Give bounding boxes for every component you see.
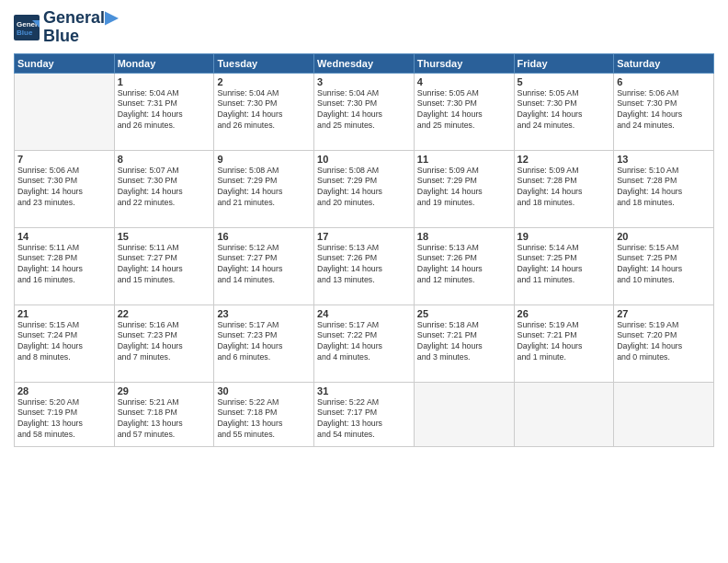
day-number: 21 [17,308,111,319]
calendar-day-cell: 27Sunrise: 5:19 AM Sunset: 7:20 PM Dayli… [614,304,714,382]
calendar-day-cell: 21Sunrise: 5:15 AM Sunset: 7:24 PM Dayli… [15,304,115,382]
day-info: Sunrise: 5:08 AM Sunset: 7:29 PM Dayligh… [317,166,411,210]
calendar-day-cell: 25Sunrise: 5:18 AM Sunset: 7:21 PM Dayli… [414,304,514,382]
calendar-day-cell: 14Sunrise: 5:11 AM Sunset: 7:28 PM Dayli… [15,227,115,304]
logo-text: General▶ Blue [43,9,118,46]
day-number: 16 [217,231,311,242]
day-info: Sunrise: 5:11 AM Sunset: 7:27 PM Dayligh… [118,243,211,287]
day-info: Sunrise: 5:04 AM Sunset: 7:31 PM Dayligh… [118,88,211,132]
day-number: 15 [118,231,211,242]
page-container: General Blue General▶ Blue SundayMondayT… [0,0,728,563]
calendar-day-cell: 12Sunrise: 5:09 AM Sunset: 7:28 PM Dayli… [514,150,614,227]
calendar-day-cell: 23Sunrise: 5:17 AM Sunset: 7:23 PM Dayli… [214,304,314,382]
day-number: 30 [217,385,311,396]
day-number: 28 [17,385,111,396]
day-info: Sunrise: 5:10 AM Sunset: 7:28 PM Dayligh… [617,166,711,210]
day-info: Sunrise: 5:04 AM Sunset: 7:30 PM Dayligh… [317,88,411,132]
day-info: Sunrise: 5:20 AM Sunset: 7:19 PM Dayligh… [17,397,111,442]
day-info: Sunrise: 5:16 AM Sunset: 7:23 PM Dayligh… [118,320,211,364]
calendar-day-cell: 9Sunrise: 5:08 AM Sunset: 7:29 PM Daylig… [214,150,314,227]
day-info: Sunrise: 5:07 AM Sunset: 7:30 PM Dayligh… [118,166,211,210]
calendar-day-cell: 4Sunrise: 5:05 AM Sunset: 7:30 PM Daylig… [414,73,514,150]
day-number: 18 [417,231,511,242]
calendar-week-row: 21Sunrise: 5:15 AM Sunset: 7:24 PM Dayli… [15,304,714,382]
day-info: Sunrise: 5:19 AM Sunset: 7:21 PM Dayligh… [518,320,611,364]
calendar-day-cell [15,73,115,150]
day-number: 9 [217,154,311,165]
day-number: 20 [617,231,711,242]
calendar-day-cell: 19Sunrise: 5:14 AM Sunset: 7:25 PM Dayli… [514,227,614,304]
day-info: Sunrise: 5:18 AM Sunset: 7:21 PM Dayligh… [417,320,511,364]
calendar-day-cell: 15Sunrise: 5:11 AM Sunset: 7:27 PM Dayli… [114,227,214,304]
calendar-day-cell: 20Sunrise: 5:15 AM Sunset: 7:25 PM Dayli… [614,227,714,304]
calendar-day-cell: 17Sunrise: 5:13 AM Sunset: 7:26 PM Dayli… [314,227,415,304]
calendar-day-cell: 18Sunrise: 5:13 AM Sunset: 7:26 PM Dayli… [414,227,514,304]
day-info: Sunrise: 5:15 AM Sunset: 7:24 PM Dayligh… [17,320,111,364]
header: General Blue General▶ Blue [14,9,714,46]
day-number: 23 [217,308,311,319]
day-number: 29 [118,385,211,396]
day-number: 8 [118,154,211,165]
calendar-day-cell: 8Sunrise: 5:07 AM Sunset: 7:30 PM Daylig… [114,150,214,227]
day-info: Sunrise: 5:05 AM Sunset: 7:30 PM Dayligh… [518,88,611,132]
weekday-header-monday: Monday [114,53,214,73]
calendar-day-cell: 10Sunrise: 5:08 AM Sunset: 7:29 PM Dayli… [314,150,415,227]
calendar-day-cell [614,382,714,446]
calendar-day-cell: 13Sunrise: 5:10 AM Sunset: 7:28 PM Dayli… [614,150,714,227]
day-info: Sunrise: 5:04 AM Sunset: 7:30 PM Dayligh… [217,88,311,132]
day-number: 25 [417,308,511,319]
day-number: 6 [617,76,711,87]
calendar-day-cell: 1Sunrise: 5:04 AM Sunset: 7:31 PM Daylig… [114,73,214,150]
day-number: 12 [518,154,611,165]
calendar-day-cell: 3Sunrise: 5:04 AM Sunset: 7:30 PM Daylig… [314,73,415,150]
day-number: 24 [317,308,411,319]
day-number: 1 [118,76,211,87]
day-info: Sunrise: 5:17 AM Sunset: 7:22 PM Dayligh… [317,320,411,364]
calendar-day-cell: 31Sunrise: 5:22 AM Sunset: 7:17 PM Dayli… [314,382,415,446]
day-number: 17 [317,231,411,242]
day-number: 22 [118,308,211,319]
day-info: Sunrise: 5:22 AM Sunset: 7:18 PM Dayligh… [217,397,311,442]
day-info: Sunrise: 5:19 AM Sunset: 7:20 PM Dayligh… [617,320,711,364]
day-number: 19 [518,231,611,242]
calendar-day-cell: 7Sunrise: 5:06 AM Sunset: 7:30 PM Daylig… [15,150,115,227]
weekday-header-sunday: Sunday [15,53,115,73]
calendar-day-cell: 26Sunrise: 5:19 AM Sunset: 7:21 PM Dayli… [514,304,614,382]
weekday-header-friday: Friday [514,53,614,73]
day-number: 10 [317,154,411,165]
day-number: 31 [317,385,411,396]
day-info: Sunrise: 5:21 AM Sunset: 7:18 PM Dayligh… [118,397,211,442]
day-number: 3 [317,76,411,87]
day-info: Sunrise: 5:13 AM Sunset: 7:26 PM Dayligh… [417,243,511,287]
calendar-day-cell: 22Sunrise: 5:16 AM Sunset: 7:23 PM Dayli… [114,304,214,382]
day-info: Sunrise: 5:12 AM Sunset: 7:27 PM Dayligh… [217,243,311,287]
day-number: 7 [17,154,111,165]
calendar-week-row: 7Sunrise: 5:06 AM Sunset: 7:30 PM Daylig… [15,150,714,227]
calendar-day-cell [414,382,514,446]
weekday-header-thursday: Thursday [414,53,514,73]
day-info: Sunrise: 5:13 AM Sunset: 7:26 PM Dayligh… [317,243,411,287]
day-info: Sunrise: 5:11 AM Sunset: 7:28 PM Dayligh… [17,243,111,287]
day-info: Sunrise: 5:22 AM Sunset: 7:17 PM Dayligh… [317,397,411,442]
day-info: Sunrise: 5:08 AM Sunset: 7:29 PM Dayligh… [217,166,311,210]
day-number: 14 [17,231,111,242]
day-number: 26 [518,308,611,319]
calendar-day-cell: 29Sunrise: 5:21 AM Sunset: 7:18 PM Dayli… [114,382,214,446]
weekday-header-wednesday: Wednesday [314,53,415,73]
day-number: 2 [217,76,311,87]
calendar-table: SundayMondayTuesdayWednesdayThursdayFrid… [14,53,714,447]
calendar-day-cell [514,382,614,446]
calendar-day-cell: 11Sunrise: 5:09 AM Sunset: 7:29 PM Dayli… [414,150,514,227]
logo-line2: Blue [43,28,118,46]
day-number: 13 [617,154,711,165]
calendar-day-cell: 28Sunrise: 5:20 AM Sunset: 7:19 PM Dayli… [15,382,115,446]
calendar-day-cell: 6Sunrise: 5:06 AM Sunset: 7:30 PM Daylig… [614,73,714,150]
svg-text:Blue: Blue [17,29,33,37]
weekday-header-saturday: Saturday [614,53,714,73]
day-number: 5 [518,76,611,87]
day-info: Sunrise: 5:15 AM Sunset: 7:25 PM Dayligh… [617,243,711,287]
day-info: Sunrise: 5:17 AM Sunset: 7:23 PM Dayligh… [217,320,311,364]
weekday-header-tuesday: Tuesday [214,53,314,73]
calendar-day-cell: 30Sunrise: 5:22 AM Sunset: 7:18 PM Dayli… [214,382,314,446]
calendar-day-cell: 5Sunrise: 5:05 AM Sunset: 7:30 PM Daylig… [514,73,614,150]
